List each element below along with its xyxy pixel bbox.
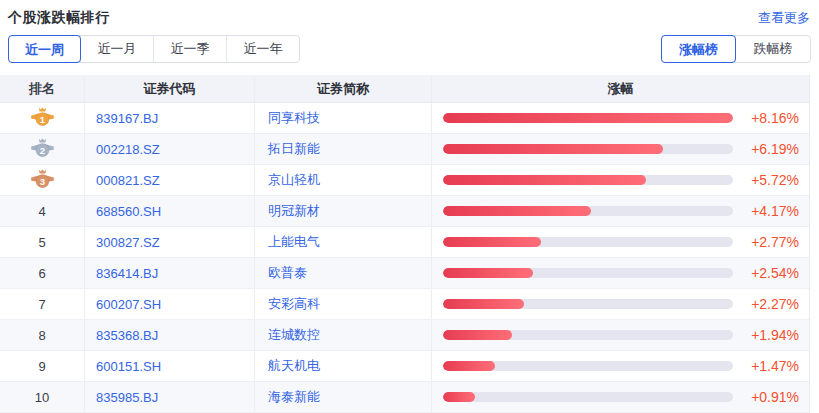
column-header-code: 证券代码 (85, 75, 255, 102)
rank-cell: 1 (0, 103, 85, 133)
rank-number: 8 (38, 328, 45, 343)
code-cell: 002218.SZ (85, 134, 255, 164)
change-value: +1.94% (733, 327, 809, 343)
board-tab-group: 涨幅榜跌幅榜 (661, 35, 811, 63)
column-header-rank: 排名 (0, 75, 85, 102)
change-cell: +2.77% (432, 227, 809, 257)
change-cell: +1.47% (432, 351, 809, 381)
column-header-name: 证券简称 (255, 75, 432, 102)
rank-cell: 4 (0, 196, 85, 226)
change-cell: +5.72% (432, 165, 809, 195)
stock-name-link[interactable]: 安彩高科 (268, 295, 320, 313)
rank-cell: 6 (0, 258, 85, 288)
change-bar-fill (443, 299, 524, 309)
name-cell: 上能电气 (255, 227, 432, 257)
change-value: +2.54% (733, 265, 809, 281)
change-bar-fill (443, 268, 533, 278)
table-row: 8 835368.BJ 连城数控 +1.94% (0, 320, 809, 351)
code-cell: 835368.BJ (85, 320, 255, 350)
change-value: +2.27% (733, 296, 809, 312)
view-more-link[interactable]: 查看更多 (758, 9, 810, 27)
rank-number: 6 (38, 266, 45, 281)
rank-number: 4 (38, 204, 45, 219)
change-bar-fill (443, 237, 541, 247)
panel-title: 个股涨跌幅排行 (8, 9, 110, 27)
change-bar-fill (443, 175, 646, 185)
stock-code-link[interactable]: 839167.BJ (96, 111, 158, 126)
change-cell: +4.17% (432, 196, 809, 226)
stock-code-link[interactable]: 600207.SH (96, 297, 161, 312)
table-row: 10 835985.BJ 海泰新能 +0.91% (0, 382, 809, 413)
svg-text:2: 2 (39, 145, 44, 156)
stock-name-link[interactable]: 欧普泰 (268, 264, 307, 282)
code-cell: 300827.SZ (85, 227, 255, 257)
change-cell: +1.94% (432, 320, 809, 350)
change-value: +8.16% (733, 110, 809, 126)
stock-name-link[interactable]: 明冠新材 (268, 202, 320, 220)
period-tab-2[interactable]: 近一季 (153, 36, 226, 62)
stock-code-link[interactable]: 688560.SH (96, 204, 161, 219)
rank-number: 10 (35, 390, 49, 405)
name-cell: 连城数控 (255, 320, 432, 350)
code-cell: 839167.BJ (85, 103, 255, 133)
board-tab-1[interactable]: 跌幅榜 (735, 36, 810, 62)
table-row: 6 836414.BJ 欧普泰 +2.54% (0, 258, 809, 289)
stock-name-link[interactable]: 拓日新能 (268, 140, 320, 158)
panel-header: 个股涨跌幅排行 查看更多 (0, 0, 819, 35)
change-bar-track (443, 206, 733, 216)
rank-medal-gold-icon: 1 (30, 107, 55, 129)
period-tab-3[interactable]: 近一年 (226, 36, 299, 62)
stock-code-link[interactable]: 002218.SZ (96, 142, 160, 157)
change-value: +0.91% (733, 389, 809, 405)
rank-medal-bronze-icon: 3 (30, 169, 55, 191)
rank-cell: 8 (0, 320, 85, 350)
svg-text:3: 3 (39, 176, 44, 187)
change-value: +2.77% (733, 234, 809, 250)
name-cell: 拓日新能 (255, 134, 432, 164)
change-cell: +0.91% (432, 382, 809, 412)
stock-name-link[interactable]: 海泰新能 (268, 388, 320, 406)
stock-code-link[interactable]: 600151.SH (96, 359, 161, 374)
period-tab-0[interactable]: 近一周 (8, 35, 81, 63)
controls-row: 近一周近一月近一季近一年 涨幅榜跌幅榜 (0, 35, 819, 63)
table-row: 1 839167.BJ 同享科技 +8.16% (0, 103, 809, 134)
change-bar-fill (443, 113, 733, 123)
stock-code-link[interactable]: 835368.BJ (96, 328, 158, 343)
stock-name-link[interactable]: 同享科技 (268, 109, 320, 127)
change-bar-track (443, 237, 733, 247)
change-bar-fill (443, 392, 475, 402)
period-tab-1[interactable]: 近一月 (80, 36, 153, 62)
stock-code-link[interactable]: 300827.SZ (96, 235, 160, 250)
change-bar-track (443, 392, 733, 402)
change-value: +1.47% (733, 358, 809, 374)
stock-name-link[interactable]: 航天机电 (268, 357, 320, 375)
stock-name-link[interactable]: 连城数控 (268, 326, 320, 344)
stock-code-link[interactable]: 000821.SZ (96, 173, 160, 188)
change-bar-fill (443, 144, 663, 154)
change-value: +4.17% (733, 203, 809, 219)
rank-medal-silver-icon: 2 (30, 138, 55, 160)
stock-name-link[interactable]: 京山轻机 (268, 171, 320, 189)
table-row: 4 688560.SH 明冠新材 +4.17% (0, 196, 809, 227)
name-cell: 航天机电 (255, 351, 432, 381)
table-row: 9 600151.SH 航天机电 +1.47% (0, 351, 809, 382)
stock-code-link[interactable]: 836414.BJ (96, 266, 158, 281)
svg-text:1: 1 (39, 114, 45, 125)
change-bar-fill (443, 206, 591, 216)
code-cell: 000821.SZ (85, 165, 255, 195)
name-cell: 海泰新能 (255, 382, 432, 412)
board-tab-0[interactable]: 涨幅榜 (661, 35, 736, 63)
table-header-row: 排名 证券代码 证券简称 涨幅 (0, 75, 809, 103)
change-cell: +2.54% (432, 258, 809, 288)
change-bar-track (443, 330, 733, 340)
table-row: 7 600207.SH 安彩高科 +2.27% (0, 289, 809, 320)
rank-cell: 5 (0, 227, 85, 257)
rank-number: 7 (38, 297, 45, 312)
stock-name-link[interactable]: 上能电气 (268, 233, 320, 251)
name-cell: 安彩高科 (255, 289, 432, 319)
code-cell: 835985.BJ (85, 382, 255, 412)
rank-cell: 3 (0, 165, 85, 195)
rank-cell: 7 (0, 289, 85, 319)
ranking-table: 排名 证券代码 证券简称 涨幅 1 839167.BJ 同享科技 +8.16% … (0, 75, 810, 413)
stock-code-link[interactable]: 835985.BJ (96, 390, 158, 405)
